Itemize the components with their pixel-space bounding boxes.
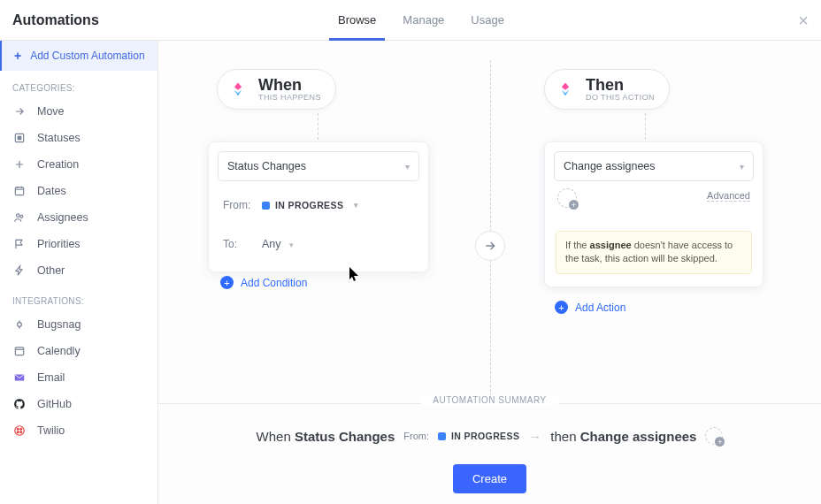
add-condition-label: Add Condition [241,277,307,289]
sidebar-item-twilio[interactable]: Twilio [0,417,157,444]
svg-point-4 [20,215,23,218]
svg-point-9 [20,428,22,430]
then-card: Change assignees ▾ Advanced If the assig… [544,141,763,287]
add-action-label: Add Action [575,302,625,314]
sidebar-item-statuses[interactable]: Statuses [0,125,157,151]
sidebar-item-other[interactable]: Other [0,257,157,284]
tabs: Browse Manage Usage [336,0,506,41]
sidebar-item-creation[interactable]: Creation [0,151,157,178]
connector [318,113,318,140]
from-row: From: IN PROGRESS ▾ [209,190,428,220]
svg-point-10 [17,431,19,433]
from-status-value: IN PROGRESS [275,200,343,210]
chevron-down-icon: ▾ [289,241,294,249]
plus-icon: + [14,49,21,63]
chevron-down-icon: ▾ [405,162,410,172]
when-subtitle: THIS HAPPENS [258,93,321,102]
move-icon [12,105,27,118]
svg-point-3 [17,214,20,218]
tab-manage[interactable]: Manage [401,0,446,41]
sidebar-item-label: Dates [37,185,66,197]
creation-icon [12,158,27,171]
sidebar-item-label: GitHub [37,398,72,410]
sidebar-item-label: Twilio [37,424,65,437]
twilio-icon [12,424,27,437]
sidebar-item-assignees[interactable]: Assignees [0,204,157,231]
then-subtitle: DO THIS ACTION [586,93,655,102]
calendar-icon [12,185,27,197]
section-integrations: INTEGRATIONS: [0,284,157,311]
sidebar-item-label: Move [37,105,65,118]
email-icon [12,371,27,384]
app-logo-icon [226,78,249,101]
main-canvas: When THIS HAPPENS Status Changes ▾ From:… [158,41,821,504]
sidebar-item-label: Email [37,371,65,384]
arrow-icon [475,231,505,261]
divider [490,60,491,396]
status-color-icon [262,202,270,210]
app-logo-icon [554,78,577,101]
action-select[interactable]: Change assignees ▾ [554,151,754,181]
warning-note: If the assignee doesn't have access to t… [556,231,752,274]
svg-rect-2 [15,187,23,195]
to-status-value: Any [262,238,281,250]
calendly-icon [12,345,27,357]
svg-point-5 [18,323,22,327]
flag-icon [12,238,27,250]
when-card: Status Changes ▾ From: IN PROGRESS ▾ To:… [208,141,429,272]
sidebar-item-github[interactable]: GitHub [0,391,157,417]
add-assignee-button[interactable] [557,188,577,208]
arrow-icon: → [528,429,541,444]
chevron-down-icon: ▾ [740,162,744,172]
summary-assignee-icon [705,427,723,445]
sidebar-item-dates[interactable]: Dates [0,178,157,204]
sidebar: + Add Custom Automation CATEGORIES: Move… [0,41,158,504]
add-button-label: Add Custom Automation [30,50,144,62]
section-categories: CATEGORIES: [0,71,157,98]
add-action-button[interactable]: + Add Action [555,301,625,314]
sidebar-item-label: Calendly [37,345,81,357]
trigger-select[interactable]: Status Changes ▾ [218,151,419,181]
sidebar-item-label: Other [37,264,65,277]
close-icon[interactable]: × [798,11,809,31]
when-title: When [258,77,321,93]
svg-point-8 [17,428,19,430]
to-label: To: [223,238,262,250]
summary-from-label: From: [403,431,429,441]
create-button[interactable]: Create [453,464,526,493]
chevron-down-icon: ▾ [354,201,358,210]
action-select-value: Change assignees [564,160,656,172]
add-custom-automation-button[interactable]: + Add Custom Automation [0,41,157,71]
tab-browse[interactable]: Browse [336,0,378,41]
summary-bar: AUTOMATION SUMMARY When Status Changes F… [158,403,821,504]
plus-icon: + [220,276,234,289]
add-condition-button[interactable]: + Add Condition [220,276,307,289]
to-status-dropdown[interactable]: Any ▾ [262,238,294,250]
sidebar-item-move[interactable]: Move [0,98,157,125]
sidebar-item-email[interactable]: Email [0,364,157,391]
assignees-icon [12,211,27,224]
trigger-select-value: Status Changes [227,160,306,172]
sidebar-item-label: Bugsnag [37,318,81,331]
plus-icon: + [555,301,568,314]
page-title: Automations [0,12,159,28]
then-header: Then DO THIS ACTION [544,69,670,110]
summary-label: AUTOMATION SUMMARY [420,395,558,405]
sidebar-item-priorities[interactable]: Priorities [0,231,157,257]
sidebar-item-label: Creation [37,158,79,171]
from-label: From: [223,199,262,211]
to-row: To: Any ▾ [209,229,428,259]
when-header: When THIS HAPPENS [217,69,336,110]
svg-point-7 [15,426,25,436]
bugsnag-icon [12,318,27,331]
from-status-dropdown[interactable]: IN PROGRESS ▾ [262,200,359,210]
advanced-link[interactable]: Advanced [707,190,750,202]
then-title: Then [586,77,655,93]
statuses-icon [12,132,27,144]
sidebar-item-calendly[interactable]: Calendly [0,338,157,364]
sidebar-item-label: Assignees [37,211,88,224]
sidebar-item-label: Priorities [37,238,81,250]
svg-rect-1 [18,136,21,140]
sidebar-item-bugsnag[interactable]: Bugsnag [0,311,157,338]
tab-usage[interactable]: Usage [469,0,506,41]
